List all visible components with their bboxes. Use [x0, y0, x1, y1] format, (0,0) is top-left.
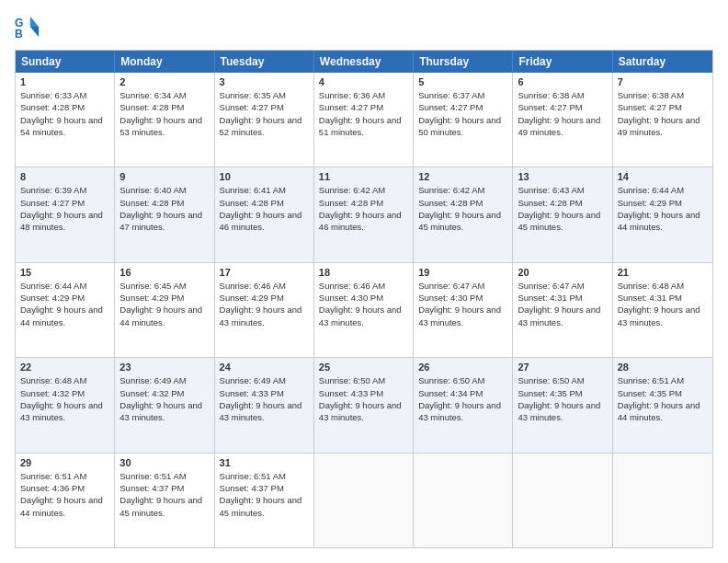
day-number: 27: [518, 362, 607, 373]
day-number: 7: [618, 76, 708, 87]
day-number: 15: [20, 267, 109, 278]
sun-info: Sunrise: 6:38 AMSunset: 4:27 PMDaylight:…: [518, 89, 607, 138]
empty-cell: [414, 454, 513, 547]
sun-info: Sunrise: 6:50 AMSunset: 4:34 PMDaylight:…: [418, 374, 507, 423]
calendar-row-1: 1Sunrise: 6:33 AMSunset: 4:28 PMDaylight…: [16, 73, 712, 167]
header-day-monday: Monday: [115, 51, 214, 73]
sun-info: Sunrise: 6:51 AMSunset: 4:35 PMDaylight:…: [618, 374, 708, 423]
day-number: 29: [20, 457, 109, 468]
sun-info: Sunrise: 6:47 AMSunset: 4:30 PMDaylight:…: [418, 280, 507, 328]
day-cell-2: 2Sunrise: 6:34 AMSunset: 4:28 PMDaylight…: [115, 73, 214, 167]
day-cell-1: 1Sunrise: 6:33 AMSunset: 4:28 PMDaylight…: [16, 73, 115, 167]
empty-cell: [613, 454, 712, 547]
day-number: 14: [618, 171, 708, 182]
header-day-wednesday: Wednesday: [314, 51, 414, 73]
sun-info: Sunrise: 6:51 AMSunset: 4:37 PMDaylight:…: [119, 470, 209, 519]
sun-info: Sunrise: 6:50 AMSunset: 4:35 PMDaylight:…: [518, 374, 607, 423]
sun-info: Sunrise: 6:47 AMSunset: 4:31 PMDaylight:…: [518, 280, 607, 328]
day-cell-27: 27Sunrise: 6:50 AMSunset: 4:35 PMDayligh…: [513, 358, 612, 452]
empty-cell: [513, 454, 612, 547]
header-day-tuesday: Tuesday: [215, 51, 314, 73]
day-number: 5: [418, 76, 507, 87]
day-number: 25: [319, 362, 408, 373]
sun-info: Sunrise: 6:37 AMSunset: 4:27 PMDaylight:…: [418, 89, 507, 138]
sun-info: Sunrise: 6:51 AMSunset: 4:37 PMDaylight:…: [220, 470, 309, 519]
sun-info: Sunrise: 6:45 AMSunset: 4:29 PMDaylight:…: [119, 280, 209, 328]
calendar-row-2: 8Sunrise: 6:39 AMSunset: 4:27 PMDaylight…: [16, 167, 712, 261]
calendar: SundayMondayTuesdayWednesdayThursdayFrid…: [15, 50, 713, 548]
day-number: 28: [618, 362, 708, 373]
day-number: 9: [119, 171, 209, 182]
calendar-row-5: 29Sunrise: 6:51 AMSunset: 4:36 PMDayligh…: [16, 453, 712, 547]
logo-icon: G B: [15, 15, 40, 40]
day-cell-16: 16Sunrise: 6:45 AMSunset: 4:29 PMDayligh…: [115, 263, 214, 357]
page: G B SundayMondayTuesdayWednesdayThursday…: [0, 0, 728, 563]
sun-info: Sunrise: 6:49 AMSunset: 4:33 PMDaylight:…: [220, 374, 309, 423]
day-cell-28: 28Sunrise: 6:51 AMSunset: 4:35 PMDayligh…: [613, 358, 712, 452]
sun-info: Sunrise: 6:46 AMSunset: 4:30 PMDaylight:…: [319, 280, 408, 328]
day-cell-31: 31Sunrise: 6:51 AMSunset: 4:37 PMDayligh…: [215, 454, 314, 547]
day-number: 6: [518, 76, 607, 87]
sun-info: Sunrise: 6:35 AMSunset: 4:27 PMDaylight:…: [220, 89, 309, 138]
day-cell-24: 24Sunrise: 6:49 AMSunset: 4:33 PMDayligh…: [215, 358, 314, 452]
day-number: 8: [20, 171, 109, 182]
sun-info: Sunrise: 6:41 AMSunset: 4:28 PMDaylight:…: [220, 184, 309, 233]
day-cell-25: 25Sunrise: 6:50 AMSunset: 4:33 PMDayligh…: [314, 358, 414, 452]
day-number: 10: [220, 171, 309, 182]
day-cell-13: 13Sunrise: 6:43 AMSunset: 4:28 PMDayligh…: [513, 167, 612, 261]
day-number: 1: [20, 76, 109, 87]
day-number: 12: [418, 171, 507, 182]
calendar-body: 1Sunrise: 6:33 AMSunset: 4:28 PMDaylight…: [16, 73, 712, 547]
sun-info: Sunrise: 6:44 AMSunset: 4:29 PMDaylight:…: [20, 280, 109, 328]
sun-info: Sunrise: 6:34 AMSunset: 4:28 PMDaylight:…: [119, 89, 209, 138]
day-number: 3: [220, 76, 309, 87]
svg-marker-3: [30, 27, 39, 37]
day-number: 19: [418, 267, 507, 278]
day-cell-3: 3Sunrise: 6:35 AMSunset: 4:27 PMDaylight…: [215, 73, 314, 167]
day-number: 11: [319, 171, 408, 182]
sun-info: Sunrise: 6:36 AMSunset: 4:27 PMDaylight:…: [319, 89, 408, 138]
day-cell-18: 18Sunrise: 6:46 AMSunset: 4:30 PMDayligh…: [314, 263, 414, 357]
day-cell-20: 20Sunrise: 6:47 AMSunset: 4:31 PMDayligh…: [513, 263, 612, 357]
day-cell-11: 11Sunrise: 6:42 AMSunset: 4:28 PMDayligh…: [314, 167, 414, 261]
sun-info: Sunrise: 6:42 AMSunset: 4:28 PMDaylight:…: [418, 184, 507, 233]
empty-cell: [314, 454, 414, 547]
sun-info: Sunrise: 6:39 AMSunset: 4:27 PMDaylight:…: [20, 184, 109, 233]
day-cell-17: 17Sunrise: 6:46 AMSunset: 4:29 PMDayligh…: [215, 263, 314, 357]
day-number: 26: [418, 362, 507, 373]
day-cell-23: 23Sunrise: 6:49 AMSunset: 4:32 PMDayligh…: [115, 358, 214, 452]
header-day-saturday: Saturday: [613, 51, 712, 73]
day-cell-30: 30Sunrise: 6:51 AMSunset: 4:37 PMDayligh…: [115, 454, 214, 547]
day-number: 24: [220, 362, 309, 373]
day-cell-22: 22Sunrise: 6:48 AMSunset: 4:32 PMDayligh…: [16, 358, 115, 452]
header-day-sunday: Sunday: [16, 51, 115, 73]
sun-info: Sunrise: 6:50 AMSunset: 4:33 PMDaylight:…: [319, 374, 408, 423]
sun-info: Sunrise: 6:51 AMSunset: 4:36 PMDaylight:…: [20, 470, 109, 519]
sun-info: Sunrise: 6:48 AMSunset: 4:32 PMDaylight:…: [20, 374, 109, 423]
header-day-friday: Friday: [513, 51, 612, 73]
calendar-row-3: 15Sunrise: 6:44 AMSunset: 4:29 PMDayligh…: [16, 262, 712, 357]
day-number: 2: [119, 76, 209, 87]
svg-text:B: B: [15, 28, 23, 40]
sun-info: Sunrise: 6:38 AMSunset: 4:27 PMDaylight:…: [618, 89, 708, 138]
sun-info: Sunrise: 6:42 AMSunset: 4:28 PMDaylight:…: [319, 184, 408, 233]
day-cell-10: 10Sunrise: 6:41 AMSunset: 4:28 PMDayligh…: [215, 167, 314, 261]
day-number: 16: [119, 267, 209, 278]
day-number: 20: [518, 267, 607, 278]
day-cell-26: 26Sunrise: 6:50 AMSunset: 4:34 PMDayligh…: [414, 358, 513, 452]
logo: G B: [15, 15, 44, 40]
day-cell-21: 21Sunrise: 6:48 AMSunset: 4:31 PMDayligh…: [613, 263, 712, 357]
day-cell-14: 14Sunrise: 6:44 AMSunset: 4:29 PMDayligh…: [613, 167, 712, 261]
sun-info: Sunrise: 6:48 AMSunset: 4:31 PMDaylight:…: [618, 280, 708, 328]
header-day-thursday: Thursday: [414, 51, 513, 73]
day-number: 18: [319, 267, 408, 278]
day-cell-8: 8Sunrise: 6:39 AMSunset: 4:27 PMDaylight…: [16, 167, 115, 261]
day-cell-5: 5Sunrise: 6:37 AMSunset: 4:27 PMDaylight…: [414, 73, 513, 167]
sun-info: Sunrise: 6:44 AMSunset: 4:29 PMDaylight:…: [618, 184, 708, 233]
calendar-header: SundayMondayTuesdayWednesdayThursdayFrid…: [16, 51, 712, 73]
sun-info: Sunrise: 6:33 AMSunset: 4:28 PMDaylight:…: [20, 89, 109, 138]
day-number: 23: [119, 362, 209, 373]
day-cell-7: 7Sunrise: 6:38 AMSunset: 4:27 PMDaylight…: [613, 73, 712, 167]
day-number: 4: [319, 76, 408, 87]
day-cell-9: 9Sunrise: 6:40 AMSunset: 4:28 PMDaylight…: [115, 167, 214, 261]
